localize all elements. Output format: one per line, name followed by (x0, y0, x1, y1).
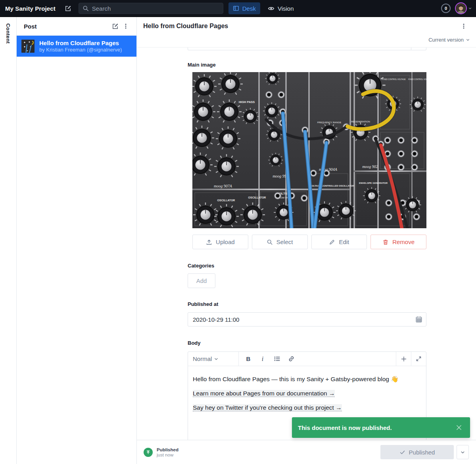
publish-menu-button[interactable] (457, 445, 469, 459)
select-button-label: Select (276, 239, 293, 245)
remove-button[interactable]: Remove (370, 235, 426, 249)
main-image-photo: HIGH PASS FREQUENCY RANGE REGENERATION F… (192, 72, 426, 228)
footer-actions: Published (380, 445, 469, 459)
publish-status-text: Published just now (157, 447, 178, 458)
edit-button-label: Edit (339, 239, 349, 245)
list-item-thumbnail (21, 40, 35, 53)
style-select-value: Normal (193, 355, 214, 362)
remove-button-label: Remove (392, 239, 415, 245)
check-icon (399, 449, 405, 455)
user-menu[interactable] (455, 2, 472, 14)
bullet-list-icon (274, 355, 280, 362)
document-pane: Hello from Cloudflare Pages Current vers… (137, 17, 476, 464)
published-at-field (188, 312, 426, 327)
style-select[interactable]: Normal (188, 352, 239, 366)
search-icon (267, 239, 273, 245)
select-button[interactable]: Select (252, 235, 308, 249)
insert-block-button[interactable] (396, 352, 411, 366)
slug-field-partial[interactable] (188, 48, 426, 50)
post-list-pane: Post Hello from Cloudflare Pages by Kris… (17, 17, 137, 464)
document-title: Hello from Cloudflare Pages (143, 23, 459, 30)
avatar (455, 2, 467, 14)
notification-badge[interactable]: 0 (441, 4, 451, 13)
list-item[interactable]: Hello from Cloudflare Pages by Kristian … (17, 36, 136, 57)
image-action-buttons: Upload Select Edit (192, 235, 426, 249)
document-form-scroll[interactable]: Main image (137, 48, 476, 440)
tab-desk[interactable]: Desk (228, 2, 260, 14)
sanity-studio-app: My Sanity Project Desk Visi (0, 0, 476, 464)
eye-icon (268, 5, 274, 12)
publish-status-title: Published (157, 447, 178, 453)
fullscreen-button[interactable] (411, 352, 426, 366)
calendar-icon[interactable] (415, 316, 422, 323)
list-item-title: Hello from Cloudflare Pages (39, 39, 122, 47)
tab-vision[interactable]: Vision (263, 2, 298, 14)
compose-icon (65, 5, 72, 12)
body-paragraph[interactable]: Hello from Cloudflare Pages — this is my… (193, 375, 421, 383)
search-icon (83, 5, 89, 11)
post-list-title: Post (24, 23, 110, 30)
slug-field-divider (411, 48, 411, 50)
post-list-menu-button[interactable] (121, 21, 131, 31)
chevron-down-icon (214, 357, 235, 361)
chevron-down-icon (460, 450, 465, 455)
search-bar[interactable] (79, 3, 223, 14)
tab-vision-label: Vision (278, 5, 294, 12)
body-label: Body (188, 340, 426, 346)
publish-status: Published just now (144, 447, 178, 458)
desk-icon (233, 5, 239, 11)
body-link-twitter[interactable]: Say hey on Twitter if you're checking ou… (193, 404, 342, 411)
document-header: Hello from Cloudflare Pages (137, 17, 476, 35)
list-item-subtitle: by Kristian Freeman (@signalnerve) (39, 47, 122, 53)
chevron-down-icon (468, 6, 472, 10)
close-icon[interactable] (455, 424, 463, 431)
document-footer: Published just now Published (137, 440, 476, 464)
kebab-menu-icon (123, 23, 129, 29)
tab-desk-label: Desk (242, 5, 256, 12)
editor-toolbar: Normal B i (188, 352, 426, 366)
new-document-button[interactable] (64, 4, 72, 12)
toast-notification: This document is now published. (292, 417, 470, 438)
document-form: Main image (188, 48, 426, 440)
list-item-text: Hello from Cloudflare Pages by Kristian … (39, 39, 122, 53)
rail-content-label[interactable]: Content (5, 23, 11, 44)
published-status-icon (144, 448, 153, 457)
link-icon (288, 355, 295, 362)
top-bar: My Sanity Project Desk Visi (0, 0, 476, 17)
toolbar-spacer (298, 352, 396, 366)
version-label: Current version (428, 37, 464, 43)
pencil-icon (329, 239, 335, 245)
bold-button[interactable]: B (241, 352, 255, 366)
published-at-input[interactable] (188, 312, 426, 327)
chevron-down-icon (466, 38, 470, 42)
kebab-menu-icon (461, 23, 467, 29)
editor-content[interactable]: Hello from Cloudflare Pages — this is my… (188, 366, 426, 412)
link-button[interactable] (284, 352, 298, 366)
document-menu-button[interactable] (459, 21, 469, 31)
version-selector[interactable]: Current version (428, 37, 470, 43)
compose-icon (112, 23, 119, 30)
top-bar-right: 0 (441, 2, 472, 14)
publish-status-time: just now (157, 453, 178, 458)
main-image-preview[interactable]: HIGH PASS FREQUENCY RANGE REGENERATION F… (192, 72, 426, 228)
italic-button[interactable]: i (255, 352, 270, 366)
toast-message: This document is now published. (298, 424, 455, 431)
post-list-header: Post (17, 17, 136, 36)
create-post-button[interactable] (110, 21, 121, 31)
upload-icon (206, 239, 212, 245)
search-input[interactable] (92, 5, 211, 12)
body-link-documentation[interactable]: Learn more about Pages from our document… (193, 390, 335, 397)
add-category-button[interactable]: Add (188, 273, 215, 288)
plus-icon (401, 356, 407, 362)
published-at-label: Published at (188, 302, 426, 307)
edit-button[interactable]: Edit (311, 235, 367, 249)
version-row: Current version (137, 35, 476, 48)
categories-label: Categories (188, 263, 426, 268)
upload-button-label: Upload (216, 239, 235, 245)
bullet-list-button[interactable] (270, 352, 284, 366)
add-category-button-label: Add (196, 277, 207, 284)
publish-button[interactable]: Published (380, 445, 454, 459)
main-image-label: Main image (188, 48, 426, 67)
upload-button[interactable]: Upload (192, 235, 248, 249)
project-title: My Sanity Project (5, 5, 56, 12)
